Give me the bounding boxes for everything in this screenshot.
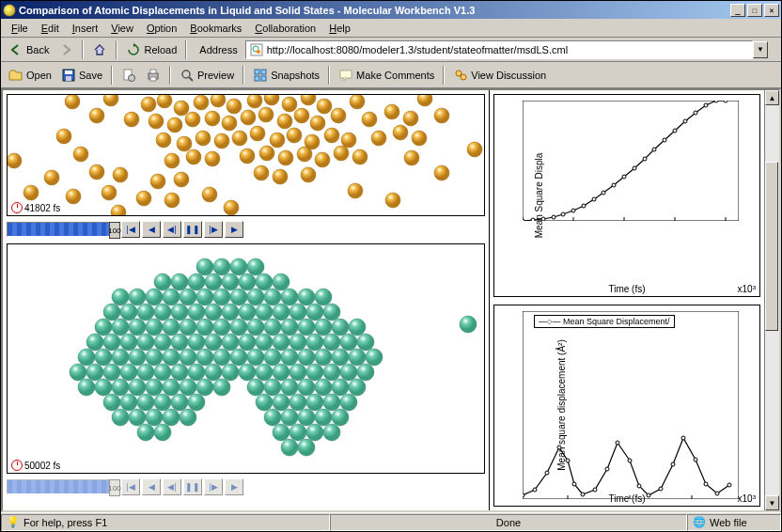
menu-bookmarks[interactable]: Bookmarks: [183, 21, 248, 36]
svg-point-178: [163, 349, 180, 366]
svg-point-223: [332, 379, 349, 396]
view-discussion-button[interactable]: View Discussion: [449, 65, 550, 86]
simulation-panel-liquid[interactable]: 41802 fs: [7, 94, 485, 216]
svg-point-227: [137, 394, 154, 411]
progress-slider[interactable]: 100: [7, 222, 119, 237]
home-button[interactable]: [88, 39, 111, 60]
plot2-svg: 0 1 203040: [523, 311, 739, 499]
menu-edit[interactable]: Edit: [35, 21, 66, 36]
svg-point-116: [180, 289, 196, 305]
svg-point-179: [180, 349, 196, 366]
page-setup-button[interactable]: [117, 65, 140, 86]
svg-point-154: [349, 319, 366, 336]
play-back-button[interactable]: ◀|: [163, 478, 181, 495]
svg-point-88: [434, 165, 449, 180]
vertical-scrollbar[interactable]: ▲ ▼: [764, 90, 779, 510]
step-back-button[interactable]: ◀: [142, 478, 161, 495]
svg-point-203: [273, 364, 289, 381]
address-input[interactable]: [267, 44, 749, 55]
minimize-button[interactable]: _: [730, 4, 745, 17]
svg-point-190: [366, 349, 383, 366]
print-button[interactable]: [142, 65, 164, 86]
svg-point-77: [334, 146, 349, 161]
svg-point-31: [301, 95, 316, 105]
svg-point-233: [289, 394, 306, 411]
svg-point-175: [112, 349, 129, 366]
scroll-down-button[interactable]: ▼: [765, 495, 779, 510]
simulation-panel-solid[interactable]: 50002 fs: [7, 243, 485, 474]
svg-point-225: [103, 394, 120, 411]
svg-point-70: [186, 149, 201, 164]
arrow-left-icon: [8, 42, 23, 57]
progress-slider[interactable]: 100: [7, 479, 119, 494]
scroll-thumb[interactable]: [765, 162, 778, 331]
plot-liquid-msd[interactable]: Mean Square Displa 0 50 010203040 Time (…: [493, 94, 760, 297]
svg-point-192: [86, 364, 103, 381]
svg-point-298: [523, 493, 524, 497]
pause-button[interactable]: ❚❚: [183, 221, 202, 238]
scroll-track[interactable]: [765, 105, 779, 495]
play-button[interactable]: |▶: [204, 478, 223, 495]
menu-view[interactable]: View: [104, 21, 140, 36]
play-button[interactable]: |▶: [204, 221, 223, 238]
pause-button[interactable]: ❚❚: [183, 478, 202, 495]
address-dropdown[interactable]: ▼: [753, 41, 768, 58]
snapshots-button[interactable]: Snapshots: [249, 65, 323, 86]
svg-point-311: [659, 487, 663, 491]
forward-button[interactable]: [55, 39, 77, 60]
svg-point-132: [222, 304, 239, 321]
statusbar: 💡 For help, press F1 Done 🌐 Web file: [1, 512, 781, 531]
svg-point-112: [112, 289, 129, 305]
open-button[interactable]: Open: [5, 65, 55, 86]
svg-point-20: [65, 95, 80, 109]
svg-point-246: [332, 409, 349, 426]
reload-button[interactable]: Reload: [122, 39, 180, 60]
scroll-up-button[interactable]: ▲: [765, 90, 779, 105]
plot-solid-msd[interactable]: Mean square displacement (Å²) —○— Mean S…: [493, 305, 760, 508]
svg-point-120: [247, 289, 264, 305]
menu-file[interactable]: File: [5, 21, 35, 36]
svg-point-302: [566, 459, 570, 462]
menu-insert[interactable]: Insert: [66, 21, 105, 36]
svg-point-93: [164, 193, 180, 208]
svg-point-54: [177, 136, 192, 151]
svg-point-122: [281, 289, 298, 305]
svg-point-115: [163, 289, 180, 305]
rewind-to-start-button[interactable]: |◀: [121, 221, 140, 238]
make-comments-button[interactable]: Make Comments: [335, 65, 438, 86]
svg-point-45: [294, 108, 309, 123]
menu-help[interactable]: Help: [322, 21, 357, 36]
svg-point-44: [277, 114, 292, 129]
play-back-button[interactable]: ◀|: [163, 221, 181, 238]
svg-point-146: [213, 319, 230, 336]
svg-point-131: [205, 304, 222, 321]
save-disk-icon: [61, 68, 76, 83]
svg-point-299: [533, 488, 537, 492]
menu-option[interactable]: Option: [140, 21, 183, 36]
svg-point-209: [78, 379, 95, 396]
svg-point-142: [146, 319, 163, 336]
svg-point-99: [467, 142, 482, 157]
save-button[interactable]: Save: [57, 65, 106, 86]
svg-point-185: [281, 349, 298, 366]
step-forward-button[interactable]: ▶: [225, 221, 243, 238]
menu-collaboration[interactable]: Collaboration: [248, 21, 322, 36]
svg-point-34: [417, 95, 432, 106]
svg-point-287: [714, 101, 718, 102]
svg-point-169: [306, 334, 323, 351]
svg-point-168: [289, 334, 306, 351]
svg-point-212: [129, 379, 146, 396]
svg-point-147: [230, 319, 247, 336]
step-back-button[interactable]: ◀: [142, 221, 161, 238]
back-button[interactable]: Back: [5, 39, 53, 60]
x-axis-label: Time (fs): [608, 284, 645, 294]
svg-point-171: [340, 334, 357, 351]
step-forward-button[interactable]: ▶: [225, 478, 243, 495]
svg-point-316: [715, 492, 719, 495]
svg-point-33: [350, 95, 365, 109]
close-button[interactable]: ✕: [764, 4, 779, 17]
time-display-2: 50002 fs: [11, 460, 60, 471]
rewind-to-start-button[interactable]: |◀: [121, 478, 140, 495]
preview-button[interactable]: Preview: [176, 65, 238, 86]
maximize-button[interactable]: ☐: [747, 4, 762, 17]
